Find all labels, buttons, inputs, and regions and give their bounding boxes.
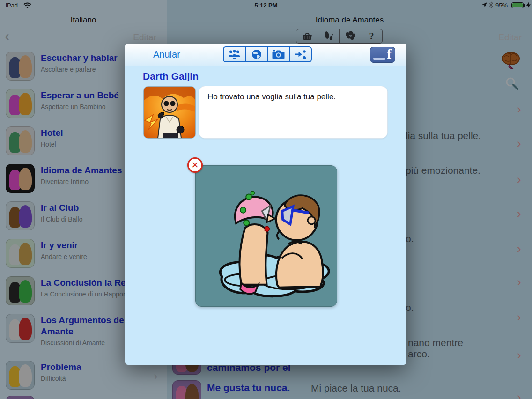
screen: Italiano ‹ Editar Escuchar y hablar Asco… — [0, 0, 532, 399]
travel-person-icon[interactable] — [289, 47, 311, 61]
globe-icon[interactable] — [245, 47, 267, 61]
phrase-text: Ho trovato una voglia sulla tua pelle. — [207, 92, 380, 102]
facebook-share-button[interactable]: f — [370, 47, 395, 63]
modal-header: Anular f — [125, 44, 406, 66]
facebook-logo-icon: f — [387, 46, 392, 62]
camera-icon[interactable] — [267, 47, 289, 61]
modal-toolbar — [223, 46, 312, 62]
phrase-illustration — [195, 165, 337, 307]
speaker-name: Darth Gaijin — [143, 71, 199, 82]
cancel-button[interactable]: Anular — [153, 49, 180, 60]
phrase-bubble: Ho trovato una voglia sulla tua pelle. — [199, 86, 388, 139]
speaker-avatar — [144, 87, 195, 138]
people-group-icon[interactable] — [224, 47, 245, 61]
facebook-underline — [373, 58, 385, 60]
close-x-icon[interactable]: ✕ — [187, 157, 203, 173]
phrase-modal: Anular f Darth Gaijin — [125, 44, 406, 365]
